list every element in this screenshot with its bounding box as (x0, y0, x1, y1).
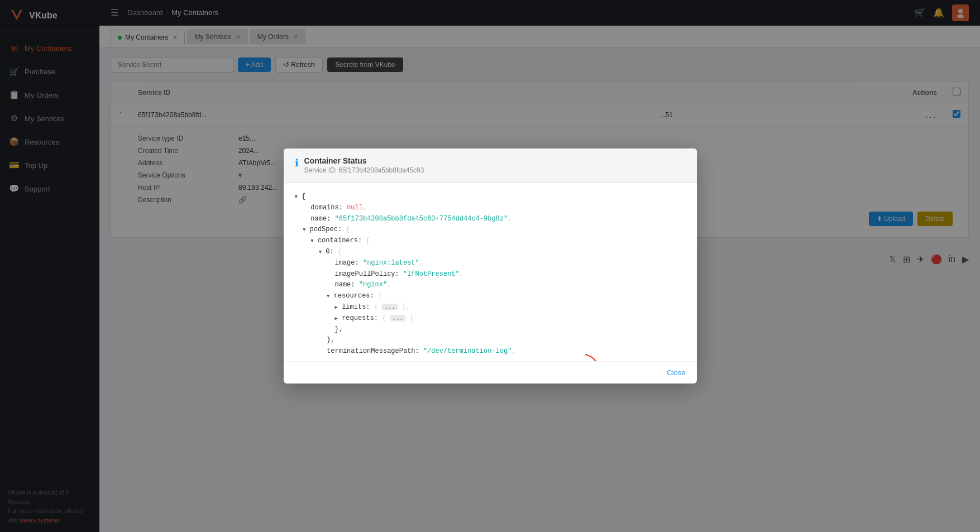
container0-triangle[interactable]: ▼ (319, 250, 322, 255)
code-line: ▼ resources: { (295, 291, 686, 302)
code-line: }, (295, 335, 686, 346)
modal-info-icon: ℹ (295, 157, 299, 169)
modal-overlay[interactable]: ℹ Container Status Service ID: 65f173b42… (0, 0, 980, 532)
modal-close-button[interactable]: Close (667, 368, 685, 377)
code-line: ▼ 0: { (295, 247, 686, 258)
requests-triangle[interactable]: ▶ (335, 316, 338, 322)
code-line: domains: null, (295, 203, 686, 214)
modal-subtitle: Service ID: 65f173b4208a5bb8fda45c63 (304, 166, 424, 174)
code-line: name: "65f173b4208a5bb8fda45c63-7754dd44… (295, 214, 686, 225)
code-line: }, (295, 324, 686, 336)
modal-footer: Close (284, 361, 697, 384)
code-line: imagePullPolicy: "IfNotPresent", (295, 269, 686, 280)
code-line: terminationMessagePath: "/dev/terminatio… (295, 346, 686, 357)
containers-triangle[interactable]: ▼ (310, 238, 313, 244)
modal-title: Container Status (304, 156, 424, 165)
modal-body: ▼ { domains: null, name: "65f173b4208a5b… (284, 183, 697, 361)
modal-header-text: Container Status Service ID: 65f173b4208… (304, 156, 424, 174)
code-line: ▶ limits: { ... }, (295, 302, 686, 313)
modal: ℹ Container Status Service ID: 65f173b42… (284, 148, 697, 384)
limits-ellipsis[interactable]: ... (382, 304, 398, 310)
code-line: ▼ containers: [ (295, 236, 686, 247)
resources-triangle[interactable]: ▼ (327, 294, 329, 299)
code-line: terminationMessagePolicy: "File", 点击展开 (295, 357, 686, 361)
code-line: ▼ podSpec: { (295, 224, 686, 236)
collapse-triangle[interactable]: ▼ (295, 194, 298, 200)
podspec-triangle[interactable]: ▼ (303, 227, 305, 233)
requests-ellipsis[interactable]: ... (390, 315, 406, 322)
code-line: image: "nginx:latest", (295, 258, 686, 269)
code-line: ▼ { (295, 191, 686, 203)
code-line: ▶ requests: { ... } (295, 313, 686, 324)
code-line: name: "nginx", (295, 280, 686, 291)
limits-triangle[interactable]: ▶ (335, 305, 338, 310)
modal-header: ℹ Container Status Service ID: 65f173b42… (284, 148, 697, 183)
